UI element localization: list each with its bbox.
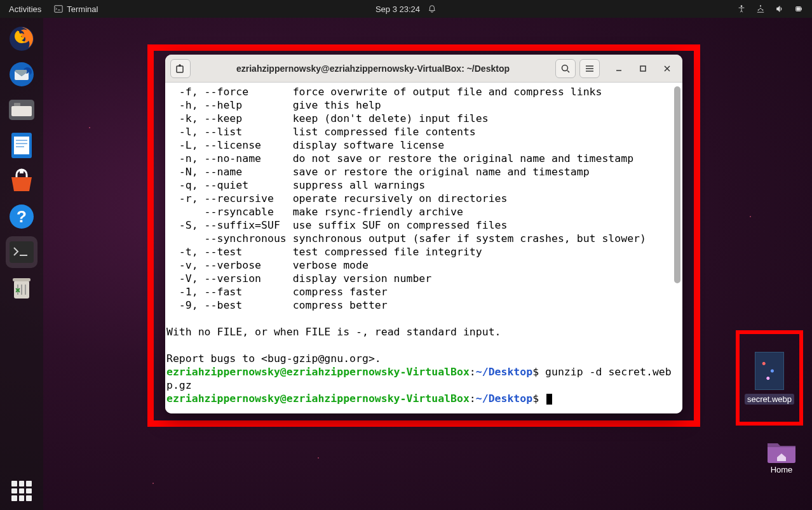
- prompt-path: ~/Desktop: [476, 366, 532, 378]
- command-text-wrap: p.gz: [166, 379, 192, 391]
- titlebar: ezriahzippernowsky@ezriahzippernowsky-Vi…: [165, 55, 682, 83]
- topbar: Activities Terminal Sep 3 23:24: [0, 0, 812, 18]
- prompt-path: ~/Desktop: [476, 393, 532, 405]
- svg-rect-0: [55, 6, 62, 13]
- help-line: -l, --list list compressed file contents: [166, 126, 476, 138]
- search-icon: [560, 64, 571, 74]
- svg-rect-12: [14, 103, 20, 106]
- help-line: -f, --force force overwrite of output fi…: [166, 86, 602, 98]
- cursor: [546, 394, 552, 405]
- dock-writer[interactable]: [6, 130, 37, 161]
- desktop-icon-secret[interactable]: secret.webp: [745, 352, 794, 405]
- svg-rect-23: [13, 278, 30, 281]
- help-line: -t, --test test compressed file integrit…: [166, 246, 482, 258]
- notification-icon[interactable]: [428, 4, 436, 13]
- help-line: -r, --recursive operate recursively on d…: [166, 192, 507, 205]
- help-line: -9, --best compress better: [166, 299, 388, 311]
- hamburger-icon: [585, 64, 595, 74]
- dock-terminal[interactable]: [6, 236, 37, 268]
- svg-rect-6: [801, 8, 802, 10]
- prompt-user: ezriahzippernowsky@ezriahzippernowsky-Vi…: [166, 366, 470, 378]
- prompt-user: ezriahzippernowsky@ezriahzippernowsky-Vi…: [166, 393, 470, 405]
- menu-button[interactable]: [579, 59, 600, 78]
- accessibility-icon[interactable]: [737, 4, 746, 13]
- dock-firefox[interactable]: [6, 23, 37, 55]
- dock: ?: [0, 18, 43, 510]
- svg-rect-21: [10, 241, 34, 263]
- image-thumbnail-icon: [755, 352, 784, 390]
- maximize-button[interactable]: [635, 61, 651, 76]
- topbar-app-label: Terminal: [67, 4, 98, 14]
- help-line: -n, --no-name do not save or restore the…: [166, 152, 633, 164]
- svg-rect-18: [20, 170, 24, 173]
- clock[interactable]: Sep 3 23:24: [376, 4, 420, 14]
- help-line: Report bugs to <bug-gzip@gnu.org>.: [166, 352, 381, 365]
- prompt-sep: :: [470, 393, 476, 405]
- svg-rect-25: [177, 66, 183, 72]
- home-folder-icon: [766, 437, 797, 465]
- help-line: -1, --fast compress faster: [166, 286, 388, 298]
- minimize-button[interactable]: [611, 61, 626, 76]
- desktop-icon-label: secret.webp: [745, 394, 794, 405]
- svg-text:?: ?: [17, 207, 27, 226]
- desktop-icon-home[interactable]: Home: [753, 437, 810, 474]
- terminal-window: ezriahzippernowsky@ezriahzippernowsky-Vi…: [165, 55, 682, 413]
- svg-point-4: [762, 10, 764, 11]
- show-applications-button[interactable]: [11, 481, 32, 501]
- prompt-dollar: $: [532, 393, 539, 405]
- terminal-icon: [54, 4, 63, 13]
- svg-rect-11: [11, 106, 32, 116]
- dock-thunderbird[interactable]: [6, 58, 37, 90]
- window-title: ezriahzippernowsky@ezriahzippernowsky-Vi…: [194, 64, 551, 74]
- dock-files[interactable]: [6, 94, 37, 126]
- topbar-app-menu[interactable]: Terminal: [54, 4, 98, 14]
- svg-rect-7: [797, 7, 801, 10]
- svg-point-26: [562, 65, 568, 70]
- terminal-output[interactable]: -f, --force force overwrite of output fi…: [165, 83, 682, 413]
- help-line: -k, --keep keep (don't delete) input fil…: [166, 112, 489, 124]
- svg-point-3: [758, 10, 759, 11]
- close-button[interactable]: [660, 61, 675, 76]
- network-icon[interactable]: [756, 4, 765, 13]
- command-text: [539, 393, 545, 405]
- prompt-sep: :: [470, 366, 476, 378]
- power-icon[interactable]: [794, 4, 803, 13]
- dock-help[interactable]: ?: [6, 201, 37, 232]
- prompt-dollar: $: [532, 366, 539, 378]
- highlight-secret: secret.webp: [736, 330, 803, 426]
- help-line: -V, --version display version number: [166, 272, 431, 285]
- activities-button[interactable]: Activities: [9, 4, 41, 14]
- new-tab-button[interactable]: [170, 59, 191, 78]
- dock-trash[interactable]: [6, 272, 37, 304]
- help-line: -S, --suffix=SUF use suffix SUF on compr…: [166, 219, 507, 231]
- svg-point-2: [760, 5, 761, 6]
- svg-rect-14: [14, 137, 29, 154]
- dock-software[interactable]: [6, 165, 37, 197]
- svg-rect-27: [640, 66, 646, 71]
- help-line: -N, --name save or restore the original …: [166, 166, 590, 178]
- help-line: --rsyncable make rsync-friendly archive: [166, 206, 463, 218]
- command-text: gunzip -d secret.web: [539, 366, 672, 378]
- help-line: -v, --verbose verbose mode: [166, 259, 369, 271]
- svg-point-1: [741, 5, 743, 7]
- help-line: --synchronous synchronous output (safer …: [166, 232, 646, 245]
- volume-icon[interactable]: [775, 4, 784, 13]
- help-line: -q, --quiet suppress all warnings: [166, 179, 425, 191]
- help-line: With no FILE, or when FILE is -, read st…: [166, 326, 501, 338]
- search-button[interactable]: [555, 59, 576, 78]
- desktop-icon-label: Home: [771, 465, 793, 474]
- help-line: -L, --license display software license: [166, 139, 444, 151]
- scrollbar[interactable]: [674, 86, 680, 283]
- help-line: -h, --help give this help: [166, 99, 381, 111]
